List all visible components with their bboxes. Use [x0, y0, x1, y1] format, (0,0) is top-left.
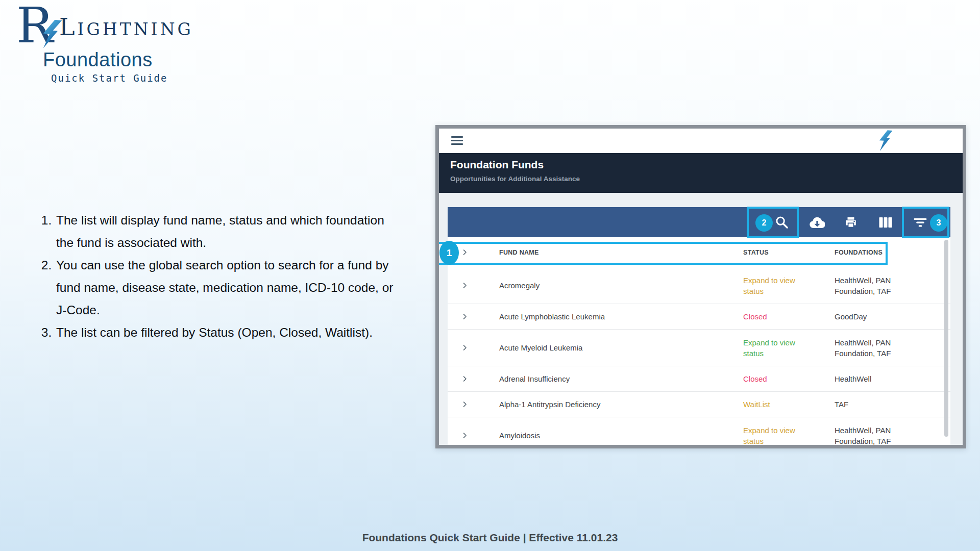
expand-row-cell[interactable]	[448, 400, 488, 408]
footer-text: Foundations Quick Start Guide | Effectiv…	[0, 532, 980, 544]
chevron-right-icon	[461, 344, 469, 352]
app-screenshot-panel: Foundation Funds Opportunities for Addit…	[435, 125, 966, 448]
vertical-scrollbar[interactable]	[944, 240, 948, 437]
logo-wordmark: LIGHTNING	[59, 13, 193, 41]
table-row[interactable]: Acute Lymphoblastic Leukemia Closed Good…	[448, 304, 950, 330]
chevron-right-icon	[461, 313, 469, 320]
table-row[interactable]: Acute Myeloid Leukemia Expand to view st…	[448, 330, 950, 366]
status-cell: Closed	[743, 373, 835, 384]
callout-badge-2: 2	[755, 214, 773, 232]
expand-row-cell[interactable]	[448, 432, 488, 439]
app-topbar	[439, 129, 963, 153]
chevron-right-icon	[461, 248, 469, 256]
foundations-cell: HealthWell, PAN Foundation, TAF	[835, 275, 950, 296]
fund-name-cell: Acromegaly	[488, 281, 743, 290]
chevron-right-icon	[461, 375, 469, 383]
columns-icon[interactable]	[879, 216, 892, 229]
column-header-status[interactable]: STATUS	[743, 249, 835, 256]
cloud-download-icon[interactable]	[810, 215, 825, 230]
table-toolbar	[448, 207, 950, 237]
chevron-right-icon	[461, 400, 469, 408]
filter-icon[interactable]	[913, 216, 927, 229]
status-cell: Expand to view status	[743, 275, 835, 296]
table-row[interactable]: Adrenal Insufficiency Closed HealthWell	[448, 366, 950, 392]
product-title: Foundations	[43, 49, 153, 71]
rxlightning-brand: R LIGHTNING Foundations Quick Start Guid…	[14, 3, 208, 48]
fund-name-cell: Adrenal Insufficiency	[488, 374, 743, 383]
page: R LIGHTNING Foundations Quick Start Guid…	[0, 0, 980, 551]
column-header-fund-name[interactable]: FUND NAME	[488, 249, 743, 256]
fund-name-cell: Acute Lymphoblastic Leukemia	[488, 312, 743, 321]
foundations-cell: TAF	[835, 399, 950, 410]
app-lightning-bolt-icon	[878, 130, 892, 152]
app-window: Foundation Funds Opportunities for Addit…	[439, 129, 963, 445]
status-cell: Closed	[743, 311, 835, 322]
foundations-cell: HealthWell	[835, 373, 950, 384]
foundations-cell: HealthWell, PAN Foundation, TAF	[835, 337, 950, 359]
instruction-item-2: You can use the global search option to …	[55, 254, 403, 321]
page-subtitle: Opportunities for Additional Assistance	[450, 175, 580, 183]
expand-row-cell[interactable]	[448, 344, 488, 352]
expand-row-cell[interactable]	[448, 375, 488, 383]
menu-icon[interactable]	[451, 136, 463, 145]
fund-name-cell: Acute Myeloid Leukemia	[488, 343, 743, 352]
instruction-item-3: The list can be filtered by Status (Open…	[55, 321, 403, 344]
table-row[interactable]: Amyloidosis Expand to view status Health…	[448, 417, 950, 445]
callout-badge-3: 3	[930, 214, 947, 232]
table-header-row: FUND NAME STATUS FOUNDATIONS	[448, 237, 950, 267]
fund-name-cell: Amyloidosis	[488, 431, 743, 440]
foundations-cell: HealthWell, PAN Foundation, TAF	[835, 425, 950, 445]
status-cell: Expand to view status	[743, 425, 835, 445]
expand-row-cell[interactable]	[448, 313, 488, 320]
chevron-right-icon	[461, 282, 469, 289]
expand-row-cell[interactable]	[448, 282, 488, 289]
fund-name-cell: Alpha-1 Antitrypsin Deficiency	[488, 400, 743, 409]
instructions-list: The list will display fund name, status …	[38, 209, 403, 344]
page-title: Foundation Funds	[450, 159, 544, 171]
status-cell: WaitList	[743, 399, 835, 410]
search-icon[interactable]	[775, 215, 789, 230]
chevron-right-icon	[461, 432, 469, 439]
rxlightning-logo: R LIGHTNING	[14, 3, 208, 48]
table-body: Acromegaly Expand to view status HealthW…	[448, 267, 950, 445]
guide-subtitle: Quick Start Guide	[51, 72, 167, 84]
app-header: Foundation Funds Opportunities for Addit…	[439, 153, 963, 193]
callout-badge-1: 1	[439, 241, 459, 265]
status-cell: Expand to view status	[743, 337, 835, 359]
foundations-cell: GoodDay	[835, 311, 950, 322]
column-header-foundations[interactable]: FOUNDATIONS	[835, 249, 950, 256]
print-icon[interactable]	[844, 216, 857, 229]
instruction-item-1: The list will display fund name, status …	[55, 209, 403, 254]
table-row[interactable]: Alpha-1 Antitrypsin Deficiency WaitList …	[448, 392, 950, 417]
table-row[interactable]: Acromegaly Expand to view status HealthW…	[448, 267, 950, 304]
